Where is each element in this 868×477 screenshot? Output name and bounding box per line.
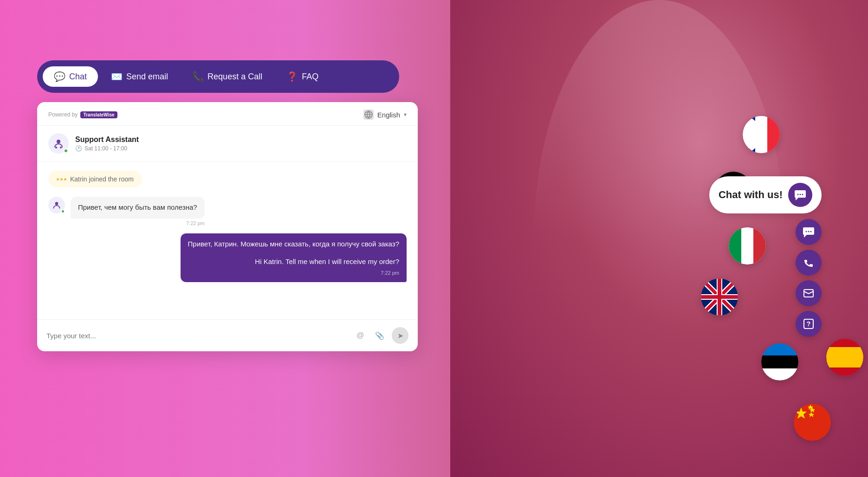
svg-point-3	[60, 147, 62, 148]
svg-rect-32	[826, 347, 863, 367]
nav-item-faq[interactable]: ❓ FAQ	[275, 66, 330, 87]
svg-text:?: ?	[807, 320, 811, 328]
agent-details: Support Assistant 🕐 Sat 11:00 - 17:00	[75, 135, 139, 152]
language-selector[interactable]: English ▾	[363, 110, 407, 120]
agent-message-text: Привет, чем могу быть вам полезна?	[78, 203, 197, 211]
input-actions: @ 📎 ➤	[353, 327, 408, 344]
agent-message-bubble: Привет, чем могу быть вам полезна?	[71, 197, 205, 219]
user-message-bubble: Привет, Катрин. Можешь мне сказать, когд…	[181, 233, 407, 283]
svg-point-2	[55, 147, 57, 148]
chat-text-input[interactable]	[46, 332, 348, 340]
messages-area: Katrin joined the room Привет, чем могу	[37, 161, 418, 319]
attach-button[interactable]: 📎	[372, 328, 387, 343]
svg-point-44	[810, 231, 812, 232]
join-notification: Katrin joined the room	[48, 171, 142, 187]
navigation-bar: 💬 Chat ✉️ Send email 📞 Request a Call ❓ …	[37, 60, 399, 93]
svg-point-40	[800, 194, 801, 195]
widget-faq-button[interactable]: ?	[796, 311, 822, 337]
widget-buttons: ?	[796, 219, 822, 337]
flag-estonian	[761, 343, 798, 380]
nav-faq-label: FAQ	[302, 72, 318, 82]
clock-icon: 🕐	[75, 145, 82, 152]
powered-by: Powered by TranslateWise	[48, 111, 117, 118]
chat-header: Powered by TranslateWise English ▾	[37, 102, 418, 126]
widget-chat-button[interactable]	[796, 219, 822, 245]
send-button[interactable]: ➤	[392, 327, 408, 344]
agent-name: Support Assistant	[75, 135, 139, 144]
nav-email-label: Send email	[126, 72, 168, 82]
svg-rect-28	[761, 355, 798, 368]
join-dot-2	[60, 178, 63, 180]
nav-call-label: Request a Call	[207, 72, 262, 82]
join-dot-3	[64, 178, 66, 180]
svg-point-42	[806, 231, 807, 232]
msg-online-dot	[61, 209, 65, 213]
svg-point-4	[55, 202, 58, 205]
chat-with-us-icon	[788, 183, 812, 207]
language-label: English	[377, 111, 400, 119]
chat-widget: Chat with us!	[709, 176, 822, 337]
widget-email-button[interactable]	[796, 280, 822, 306]
email-nav-icon: ✉️	[111, 71, 123, 82]
call-nav-icon: 📞	[192, 71, 204, 82]
flag-spanish	[826, 339, 863, 376]
brand-badge: TranslateWise	[80, 111, 117, 118]
chat-nav-icon: 💬	[54, 71, 65, 82]
flag-chinese	[794, 404, 831, 441]
agent-message-content: Привет, чем могу быть вам полезна? 7:22 …	[71, 197, 205, 226]
join-message-text: Katrin joined the room	[70, 175, 134, 183]
user-message-content: Привет, Катрин. Можешь мне сказать, когд…	[181, 233, 407, 283]
agent-avatar	[48, 133, 69, 154]
nav-item-call[interactable]: 📞 Request a Call	[181, 66, 273, 87]
join-dots	[57, 178, 66, 180]
user-message-time: 7:22 pm	[188, 269, 399, 277]
powered-by-label: Powered by	[48, 111, 78, 118]
table-row: Привет, чем могу быть вам полезна? 7:22 …	[48, 197, 407, 226]
faq-nav-icon: ❓	[286, 71, 298, 82]
flag-french	[743, 116, 780, 153]
agent-msg-avatar	[48, 197, 65, 213]
nav-chat-label: Chat	[69, 72, 87, 82]
main-content: 💬 Chat ✉️ Send email 📞 Request a Call ❓ …	[0, 0, 464, 477]
chat-input-area: @ 📎 ➤	[37, 319, 418, 351]
svg-point-1	[57, 140, 60, 143]
chevron-down-icon: ▾	[404, 111, 407, 118]
table-row: Привет, Катрин. Можешь мне сказать, когд…	[48, 233, 407, 283]
chat-window: Powered by TranslateWise English ▾	[37, 102, 418, 351]
user-message-text-en: Hi Katrin. Tell me when I will receive m…	[188, 257, 399, 267]
chat-with-us-bubble: Chat with us!	[709, 176, 822, 213]
mention-button[interactable]: @	[353, 328, 368, 343]
nav-item-chat[interactable]: 💬 Chat	[43, 66, 98, 87]
chat-with-us-text: Chat with us!	[719, 189, 783, 201]
agent-hours-text: Sat 11:00 - 17:00	[84, 145, 127, 152]
send-icon: ➤	[397, 331, 403, 340]
widget-phone-button[interactable]	[796, 250, 822, 276]
join-dot-1	[57, 178, 59, 180]
online-status-dot	[64, 148, 68, 153]
agent-message-time: 7:22 pm	[71, 220, 205, 226]
agent-info: Support Assistant 🕐 Sat 11:00 - 17:00	[37, 126, 418, 161]
nav-item-email[interactable]: ✉️ Send email	[100, 66, 179, 87]
svg-point-43	[808, 231, 810, 232]
language-icon	[363, 110, 374, 120]
agent-hours: 🕐 Sat 11:00 - 17:00	[75, 145, 139, 152]
svg-point-41	[802, 194, 803, 195]
svg-point-39	[797, 194, 799, 195]
user-message-text-ru: Привет, Катрин. Можешь мне сказать, когд…	[188, 239, 399, 250]
